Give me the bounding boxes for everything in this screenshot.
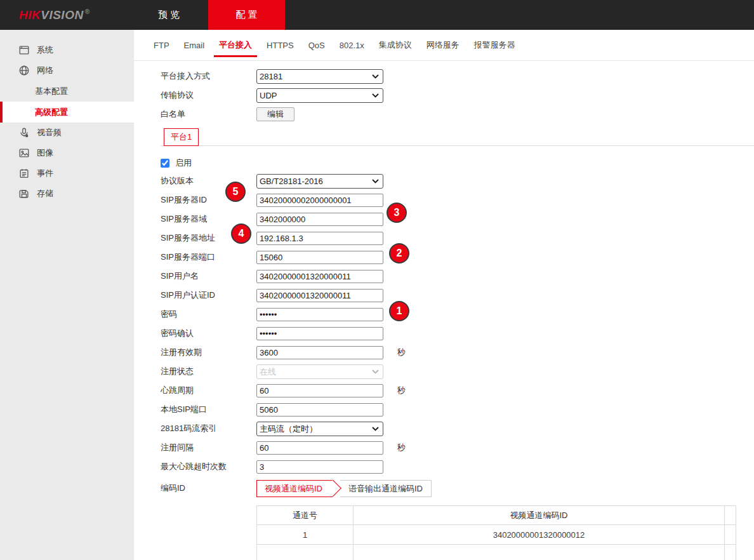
sidebar-item-advanced-config[interactable]: 高级配置 <box>0 102 134 123</box>
form-row-sip-username: SIP用户名 <box>161 267 754 286</box>
platform-access-form: 平台接入方式 28181 传输协议 UDP 白名单 编辑 平台1 启用 协议版本 <box>134 61 754 560</box>
table-header-row: 通道号 视频通道编码ID <box>257 506 736 525</box>
heartbeat-input[interactable] <box>256 384 383 397</box>
max-heartbeat-timeout-input[interactable] <box>256 460 383 474</box>
heartbeat-label: 心跳周期 <box>161 385 256 396</box>
tab-https[interactable]: HTTPS <box>265 31 295 60</box>
sidebar-item-audio-video[interactable]: 视音频 <box>0 123 134 143</box>
form-row-sip-server-port: SIP服务器端口 <box>161 248 754 267</box>
sidebar: 系统 网络 基本配置 高级配置 视音频 图像 事件 存储 <box>0 30 134 560</box>
annotation-badge-5: 5 <box>225 182 246 202</box>
sidebar-item-label: 基本配置 <box>35 86 68 97</box>
form-row-sip-server-domain: SIP服务器域 <box>161 210 754 229</box>
tab-audio-output-channel-encode-id[interactable]: 语音输出通道编码ID <box>340 480 432 497</box>
tab-platform-access[interactable]: 平台接入 <box>218 30 253 60</box>
whitelist-edit-button[interactable]: 编辑 <box>256 107 294 121</box>
form-row-enable: 启用 <box>161 155 754 171</box>
tab-network-service[interactable]: 网络服务 <box>425 30 461 60</box>
form-row-encode-id: 编码ID 视频通道编码ID 语音输出通道编码ID <box>161 477 754 499</box>
top-nav: 预 览 配 置 <box>134 0 285 30</box>
password-label: 密码 <box>161 309 256 320</box>
video-channel-encode-id-cell[interactable]: 34020000001320000012 <box>354 525 725 545</box>
encode-id-label: 编码ID <box>161 483 256 494</box>
form-row-whitelist: 白名单 编辑 <box>161 105 754 124</box>
tab-integration-protocol[interactable]: 集成协议 <box>378 30 413 60</box>
annotation-badge-3: 3 <box>387 203 407 223</box>
tab-alarm-server[interactable]: 报警服务器 <box>473 30 517 60</box>
encode-id-tabs: 视频通道编码ID 语音输出通道编码ID <box>256 480 432 497</box>
nav-preview[interactable]: 预 览 <box>134 0 204 30</box>
tab-video-channel-encode-id[interactable]: 视频通道编码ID <box>256 480 333 497</box>
image-icon <box>18 147 30 159</box>
register-validity-label: 注册有效期 <box>161 347 256 358</box>
sidebar-item-label: 高级配置 <box>35 107 68 118</box>
tab-email[interactable]: Email <box>183 31 206 60</box>
channel-number-header: 通道号 <box>257 506 354 525</box>
form-row-max-heartbeat-timeout: 最大心跳超时次数 <box>161 457 754 476</box>
register-validity-input[interactable] <box>256 346 383 359</box>
stream-index-select[interactable]: 主码流（定时） <box>256 422 383 436</box>
form-row-register-validity: 注册有效期 秒 <box>161 343 754 362</box>
local-sip-port-label: 本地SIP端口 <box>161 404 256 415</box>
logo-vision: VISION <box>41 8 83 22</box>
tab-ftp[interactable]: FTP <box>152 31 171 60</box>
sip-server-domain-input[interactable] <box>256 213 383 226</box>
sip-server-id-input[interactable] <box>256 194 383 207</box>
sidebar-item-event[interactable]: 事件 <box>0 163 134 183</box>
transport-select[interactable]: UDP <box>256 88 383 103</box>
sidebar-item-image[interactable]: 图像 <box>0 143 134 163</box>
sidebar-item-system[interactable]: 系统 <box>0 40 134 60</box>
whitelist-label: 白名单 <box>161 109 256 120</box>
register-status-select: 在线 <box>256 364 383 379</box>
register-status-label: 注册状态 <box>161 366 256 377</box>
stream-index-label: 28181码流索引 <box>161 423 256 434</box>
form-row-access-mode: 平台接入方式 28181 <box>161 67 754 86</box>
logo: HIKVISION® <box>0 0 134 30</box>
empty-header <box>725 506 736 525</box>
form-row-transport: 传输协议 UDP <box>161 86 754 105</box>
protocol-version-select[interactable]: GB/T28181-2016 <box>256 174 383 189</box>
encode-id-table: 通道号 视频通道编码ID 1 34020000001320000012 <box>256 505 736 560</box>
register-interval-input[interactable] <box>256 441 383 455</box>
form-row-register-status: 注册状态 在线 <box>161 362 754 381</box>
sidebar-item-storage[interactable]: 存储 <box>0 183 134 204</box>
register-interval-unit: 秒 <box>397 442 406 453</box>
sip-username-label: SIP用户名 <box>161 270 256 282</box>
logo-registered-mark: ® <box>85 8 90 15</box>
empty-cell <box>725 545 736 560</box>
enable-label: 启用 <box>175 157 192 169</box>
annotation-badge-4: 4 <box>231 223 251 244</box>
audio-video-icon <box>18 126 30 139</box>
form-row-stream-index: 28181码流索引 主码流（定时） <box>161 419 754 438</box>
form-row-sip-auth-id: SIP用户认证ID <box>161 286 754 305</box>
sidebar-item-basic-config[interactable]: 基本配置 <box>0 81 134 102</box>
channel-number-cell: 1 <box>257 525 354 545</box>
access-mode-select[interactable]: 28181 <box>256 69 383 84</box>
heartbeat-unit: 秒 <box>397 385 406 396</box>
video-channel-encode-id-cell[interactable] <box>354 545 725 560</box>
access-mode-label: 平台接入方式 <box>161 70 256 82</box>
sip-username-input[interactable] <box>256 270 383 283</box>
sip-server-address-input[interactable] <box>256 232 383 245</box>
password-confirm-label: 密码确认 <box>161 328 256 339</box>
max-heartbeat-timeout-label: 最大心跳超时次数 <box>161 461 256 472</box>
annotation-badge-1: 1 <box>389 301 409 321</box>
sidebar-item-network[interactable]: 网络 <box>0 60 134 81</box>
sidebar-item-label: 网络 <box>37 65 53 76</box>
tab-qos[interactable]: QoS <box>307 31 326 60</box>
sip-auth-id-input[interactable] <box>256 289 383 302</box>
tab-8021x[interactable]: 802.1x <box>338 31 366 60</box>
platform1-tab[interactable]: 平台1 <box>164 128 199 146</box>
password-input[interactable] <box>256 308 383 321</box>
network-icon <box>18 64 30 77</box>
sip-server-port-input[interactable] <box>256 251 383 264</box>
table-row <box>257 545 736 560</box>
password-confirm-input[interactable] <box>256 327 383 340</box>
nav-configuration[interactable]: 配 置 <box>208 0 285 30</box>
local-sip-port-input[interactable] <box>256 403 383 417</box>
logo-hik: HIK <box>19 8 41 22</box>
main-content: FTP Email 平台接入 HTTPS QoS 802.1x 集成协议 网络服… <box>134 30 754 560</box>
sip-server-port-label: SIP服务器端口 <box>161 251 256 263</box>
enable-checkbox[interactable] <box>161 159 169 168</box>
sidebar-item-label: 存储 <box>37 188 53 199</box>
